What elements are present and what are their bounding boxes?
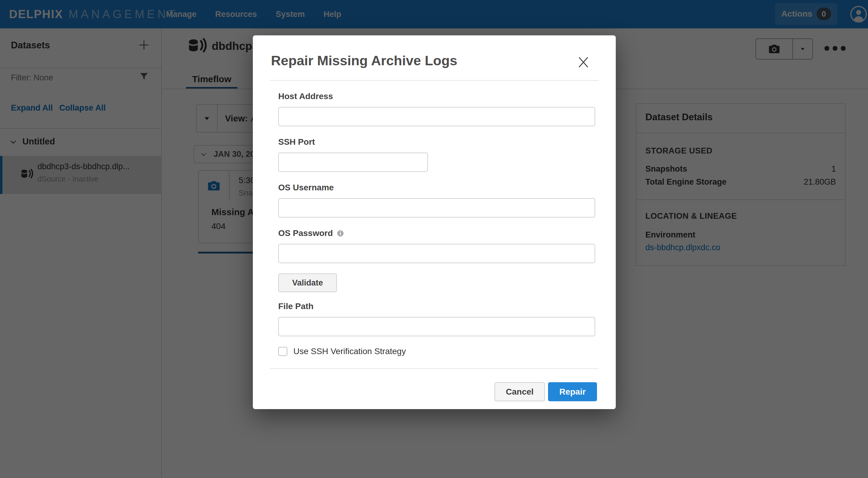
file-path-label: File Path <box>278 302 595 311</box>
ssh-port-label: SSH Port <box>278 137 595 147</box>
ssh-verification-row: Use SSH Verification Strategy <box>278 347 595 356</box>
os-username-input[interactable] <box>278 198 595 217</box>
os-password-label: OS Password <box>278 229 595 238</box>
os-password-input[interactable] <box>278 244 595 263</box>
modal-footer: Cancel Repair <box>253 369 616 409</box>
use-ssh-verification-checkbox[interactable] <box>278 347 287 356</box>
use-ssh-verification-label: Use SSH Verification Strategy <box>293 347 406 356</box>
modal-form: Host Address SSH Port OS Username OS Pas… <box>253 81 616 356</box>
os-username-label: OS Username <box>278 183 595 193</box>
ssh-port-input[interactable] <box>278 152 428 172</box>
modal-header: Repair Missing Archive Logs <box>253 35 616 69</box>
delphix-management-app: DELPHIX MANAGEMENT Manage Resources Syst… <box>0 0 868 478</box>
host-address-label: Host Address <box>278 92 595 101</box>
cancel-button[interactable]: Cancel <box>495 382 545 401</box>
host-address-input[interactable] <box>278 107 595 126</box>
validate-button[interactable]: Validate <box>278 273 337 292</box>
close-icon[interactable] <box>577 55 590 69</box>
repair-button[interactable]: Repair <box>548 382 597 401</box>
info-icon[interactable] <box>337 230 344 237</box>
modal-title: Repair Missing Archive Logs <box>271 53 593 69</box>
os-password-label-text: OS Password <box>278 229 333 238</box>
repair-missing-archive-logs-dialog: Repair Missing Archive Logs Host Address… <box>253 35 616 409</box>
file-path-input[interactable] <box>278 317 595 336</box>
